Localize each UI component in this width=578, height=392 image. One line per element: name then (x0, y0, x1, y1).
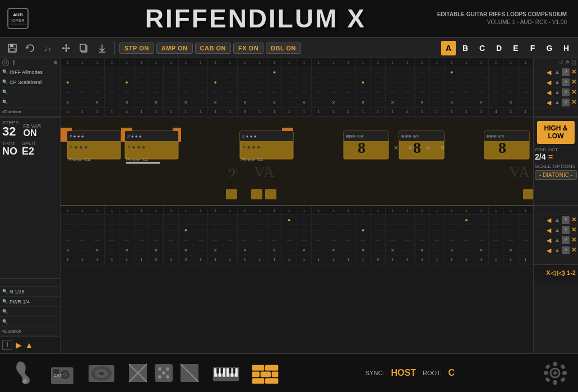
track-cell-2[interactable]: × (90, 245, 105, 255)
track-cell-9[interactable]: — (193, 97, 208, 107)
track-cell-24[interactable]: — (415, 87, 429, 97)
track-cell-31[interactable]: — (519, 245, 533, 255)
track-cell-9[interactable]: — (193, 225, 208, 235)
track-cell-7[interactable]: — (164, 77, 178, 87)
track-cell-19[interactable]: — (341, 87, 356, 97)
track-cell-2[interactable]: — (90, 225, 105, 235)
track-cell-21[interactable]: — (371, 77, 385, 87)
track-cell-29[interactable]: — (489, 245, 503, 255)
track-cell-30[interactable]: — (503, 67, 518, 77)
track-cell-0[interactable]: × (61, 245, 75, 255)
q-btn-3[interactable]: ? (562, 99, 570, 106)
track-cell-22[interactable]: — (386, 77, 400, 87)
track-cell-11[interactable]: — (223, 77, 238, 87)
track-cell-12[interactable]: — (238, 235, 252, 245)
track-cell-6[interactable]: × (149, 97, 164, 107)
abcd-a[interactable]: A (441, 41, 456, 55)
track-cell-6[interactable]: — (149, 77, 164, 87)
track-cell-14[interactable]: × (267, 97, 282, 107)
track-cell-23[interactable]: — (400, 97, 415, 107)
track-cell-23[interactable]: — (400, 215, 415, 225)
track-cell-0[interactable]: × (61, 97, 75, 107)
track-cell-10[interactable]: — (208, 225, 223, 235)
track-cell-5[interactable]: — (135, 225, 149, 235)
track-cell-24[interactable]: — (415, 225, 429, 235)
track-cell-28[interactable]: × (474, 97, 489, 107)
track-cell-10[interactable]: — (208, 235, 223, 245)
track-cell-22[interactable]: — (386, 235, 400, 245)
track-cell-12[interactable]: — (238, 67, 252, 77)
track-cell-17[interactable]: — (312, 97, 326, 107)
track-cell-10[interactable]: ● (208, 77, 223, 87)
track-cell-12[interactable]: — (238, 215, 252, 225)
fx-icon-2[interactable] (152, 362, 175, 384)
track-cell-1[interactable]: — (75, 87, 90, 97)
track-cell-8[interactable]: × (179, 97, 193, 107)
track-cell-11[interactable]: — (223, 215, 238, 225)
track-cell-27[interactable]: — (459, 87, 474, 97)
dbl-toggle[interactable]: DBL ON (266, 43, 301, 54)
fx-toggle[interactable]: FX ON (233, 43, 263, 54)
track-cell-29[interactable]: — (489, 235, 503, 245)
track-cell-11[interactable]: — (223, 87, 238, 97)
track-cell-22[interactable]: — (386, 87, 400, 97)
track-cell-19[interactable]: — (341, 215, 356, 225)
track-cell-3[interactable]: — (105, 225, 119, 235)
track-cell-15[interactable]: ● (282, 215, 297, 225)
track-cell-14[interactable]: — (267, 77, 282, 87)
track-cell-29[interactable]: — (489, 77, 503, 87)
abcd-g[interactable]: G (542, 41, 557, 55)
track-cell-3[interactable]: — (105, 245, 119, 255)
abcd-e[interactable]: E (508, 41, 523, 55)
track-cell-2[interactable]: — (90, 67, 105, 77)
arr-left-lower-2[interactable]: ◄ (545, 236, 553, 245)
track-cell-8[interactable]: — (179, 215, 193, 225)
track-cell-27[interactable]: — (459, 67, 474, 77)
q-btn-lower-1[interactable]: ? (562, 226, 570, 234)
save-icon[interactable] (4, 40, 20, 56)
track-cell-14[interactable]: — (267, 87, 282, 97)
settings-icon[interactable] (541, 359, 569, 387)
arr-left-lower-3[interactable]: ◄ (545, 246, 553, 255)
track-cell-15[interactable]: — (282, 97, 297, 107)
track-cell-9[interactable]: — (193, 77, 208, 87)
abcd-h[interactable]: H (559, 41, 574, 55)
track-cell-10[interactable]: — (208, 87, 223, 97)
track-cell-27[interactable]: — (459, 245, 474, 255)
track-cell-16[interactable]: — (297, 87, 312, 97)
arr-left-3[interactable]: ◄ (545, 98, 553, 107)
track-cell-21[interactable]: — (371, 245, 385, 255)
track-cell-28[interactable]: — (474, 215, 489, 225)
track-cell-0[interactable]: — (61, 87, 75, 97)
track-cell-13[interactable]: — (252, 225, 267, 235)
track-cell-3[interactable]: — (105, 67, 119, 77)
track-cell-16[interactable]: — (297, 67, 312, 77)
arr-left-1[interactable]: ◄ (545, 78, 553, 87)
track-cell-16[interactable]: × (297, 97, 312, 107)
track-cell-12[interactable]: — (238, 225, 252, 235)
track-cell-9[interactable]: — (193, 215, 208, 225)
track-cell-25[interactable]: — (430, 97, 445, 107)
track-cell-30[interactable]: × (503, 97, 518, 107)
track-cell-1[interactable]: — (75, 77, 90, 87)
arrow-lower-2[interactable]: ▲ (554, 237, 560, 243)
abcd-c[interactable]: C (475, 41, 489, 55)
track-cell-4[interactable]: — (119, 87, 134, 97)
track-cell-4[interactable]: — (119, 235, 134, 245)
track-cell-16[interactable]: — (297, 225, 312, 235)
track-cell-13[interactable]: — (252, 215, 267, 225)
track-cell-22[interactable]: — (386, 67, 400, 77)
track-cell-28[interactable]: — (474, 87, 489, 97)
x-btn-0[interactable]: ✕ (571, 68, 576, 76)
track-cell-24[interactable]: — (415, 77, 429, 87)
track-cell-30[interactable]: — (503, 87, 518, 97)
track-cell-7[interactable]: — (164, 235, 178, 245)
track-cell-8[interactable]: ● (179, 225, 193, 235)
download-icon[interactable] (94, 40, 110, 56)
track-cell-25[interactable]: — (430, 77, 445, 87)
track-cell-25[interactable]: — (430, 225, 445, 235)
track-cell-31[interactable]: — (519, 215, 533, 225)
x-btn-2[interactable]: ✕ (571, 88, 576, 96)
track-cell-19[interactable]: — (341, 225, 356, 235)
track-cell-10[interactable]: — (208, 67, 223, 77)
